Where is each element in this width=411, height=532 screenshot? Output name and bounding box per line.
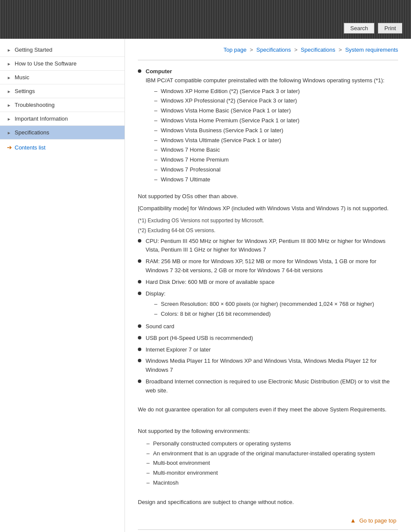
- arrow-icon: ►: [7, 117, 11, 121]
- sidebar-item-getting-started[interactable]: ► Getting Started: [0, 43, 125, 57]
- os-item-1: – Windows XP Home Edition (*2) (Service …: [154, 87, 398, 96]
- dash: –: [154, 156, 157, 165]
- dash: –: [154, 126, 157, 135]
- broadband-text: Broadband Internet connection is require…: [146, 377, 398, 395]
- env-item-2: – An environment that is an upgrade of t…: [146, 449, 398, 458]
- sidebar-item-label: Music: [15, 74, 29, 81]
- sound-text: Sound card: [146, 322, 398, 331]
- bullet-dot: [138, 359, 141, 362]
- ie-section: Internet Explorer 7 or later: [138, 345, 398, 355]
- display-sub-1: – Screen Resolution: 800 × 600 pixels (o…: [154, 300, 398, 309]
- os-item-9: – Windows 7 Professional: [154, 165, 398, 174]
- dash: –: [154, 310, 157, 319]
- arrow-icon: ►: [7, 103, 11, 107]
- usb-text: USB port (Hi-Speed USB is recommended): [146, 334, 398, 343]
- note1: (*1) Excluding OS Versions not supported…: [138, 217, 398, 225]
- dash: –: [154, 106, 157, 115]
- print-button[interactable]: Print: [378, 23, 402, 34]
- arrow-icon: ►: [7, 89, 11, 93]
- header-buttons: Search Print: [344, 23, 402, 34]
- display-text: Display: – Screen Resolution: 800 × 600 …: [146, 289, 398, 320]
- footer-divider: [138, 529, 398, 530]
- search-button[interactable]: Search: [344, 23, 374, 34]
- computer-section: Computer IBM PC/AT compatible computer p…: [138, 67, 398, 185]
- usb-section: USB port (Hi-Speed USB is recommended): [138, 334, 398, 343]
- breadcrumb-system-requirements[interactable]: System requirements: [345, 47, 398, 53]
- os-item-6: – Windows Vista Ultimate (Service Pack 1…: [154, 136, 398, 145]
- dash: –: [154, 300, 157, 309]
- breadcrumb: Top page > Specifications > Specificatio…: [138, 43, 398, 53]
- display-section: Display: – Screen Resolution: 800 × 600 …: [138, 289, 398, 320]
- arrow-right-icon: ➔: [7, 144, 12, 151]
- os-list: – Windows XP Home Edition (*2) (Service …: [154, 87, 398, 184]
- dash: –: [146, 449, 149, 458]
- sidebar-item-how-to-use[interactable]: ► How to Use the Software: [0, 57, 125, 71]
- hdd-section: Hard Disk Drive: 600 MB or more of avail…: [138, 278, 398, 287]
- sidebar-item-settings[interactable]: ► Settings: [0, 84, 125, 98]
- arrow-up-icon: ▲: [350, 516, 356, 525]
- sidebar-item-troubleshooting[interactable]: ► Troubleshooting: [0, 98, 125, 112]
- hdd-text: Hard Disk Drive: 600 MB or more of avail…: [146, 278, 398, 287]
- env-item-3: – Multi-boot environment: [146, 459, 398, 468]
- env-item-5: – Macintosh: [146, 479, 398, 488]
- dash: –: [154, 136, 157, 145]
- computer-label: Computer: [146, 68, 172, 75]
- sidebar-item-important-information[interactable]: ► Important Information: [0, 112, 125, 126]
- os-item-10: – Windows 7 Ultimate: [154, 175, 398, 184]
- dash: –: [154, 146, 157, 155]
- sidebar-item-label: How to Use the Software: [15, 60, 77, 67]
- wmp-text: Windows Media Player 11 for Windows XP a…: [146, 357, 398, 375]
- env-item-1: – Personally constructed computers or op…: [146, 439, 398, 448]
- breadcrumb-sep2: >: [294, 47, 298, 53]
- note2: (*2) Excluding 64-bit OS versions.: [138, 227, 398, 235]
- env-list: – Personally constructed computers or op…: [146, 439, 398, 488]
- bullet-dot: [138, 280, 141, 283]
- dash: –: [154, 165, 157, 174]
- dash: –: [146, 439, 149, 448]
- os-item-4: – Windows Vista Home Premium (Service Pa…: [154, 116, 398, 125]
- dash: –: [146, 469, 149, 478]
- ie-text: Internet Explorer 7 or later: [146, 345, 398, 355]
- compatibility-note: [Compatibility mode] for Windows XP (inc…: [138, 204, 398, 213]
- os-item-7: – Windows 7 Home Basic: [154, 146, 398, 155]
- computer-intro: IBM PC/AT compatible computer preinstall…: [146, 77, 384, 84]
- env-item-4: – Multi-monitor environment: [146, 469, 398, 478]
- display-sub-2: – Colors: 8 bit or higher (16 bit recomm…: [154, 310, 398, 319]
- ram-section: RAM: 256 MB or more for Windows XP, 512 …: [138, 257, 398, 275]
- bullet-dot: [138, 292, 141, 295]
- not-supported-envs-label: Not supported by the following environme…: [138, 427, 398, 436]
- arrow-icon: ►: [7, 62, 11, 66]
- bullet-dot: [138, 324, 141, 328]
- sound-section: Sound card: [138, 322, 398, 331]
- sidebar-item-label: Settings: [15, 88, 35, 94]
- dash: –: [146, 479, 149, 488]
- bullet-dot: [138, 348, 141, 351]
- main-content: Top page > Specifications > Specificatio…: [125, 39, 411, 532]
- dash: –: [154, 175, 157, 184]
- dash: –: [154, 116, 157, 125]
- go-to-top-label: Go to page top: [359, 517, 396, 524]
- breadcrumb-specifications2[interactable]: Specifications: [301, 47, 335, 53]
- contents-list-label: Contents list: [15, 144, 46, 151]
- bullet-dot: [138, 259, 141, 263]
- sidebar-item-music[interactable]: ► Music: [0, 71, 125, 84]
- bullet-dot: [138, 239, 141, 243]
- breadcrumb-specifications1[interactable]: Specifications: [256, 47, 291, 53]
- computer-text: Computer IBM PC/AT compatible computer p…: [146, 67, 398, 185]
- sidebar-item-label: Specifications: [15, 129, 49, 136]
- sidebar-item-label: Getting Started: [15, 47, 52, 53]
- breadcrumb-sep3: >: [339, 47, 342, 53]
- sidebar-item-specifications[interactable]: ► Specifications: [0, 126, 125, 140]
- broadband-section: Broadband Internet connection is require…: [138, 377, 398, 395]
- wmp-section: Windows Media Player 11 for Windows XP a…: [138, 357, 398, 375]
- breadcrumb-top-page[interactable]: Top page: [224, 47, 247, 53]
- sidebar: ► Getting Started ► How to Use the Softw…: [0, 39, 125, 532]
- ram-text: RAM: 256 MB or more for Windows XP, 512 …: [146, 257, 398, 275]
- bullet-dot: [138, 336, 141, 339]
- go-to-top-link[interactable]: ▲ Go to page top: [138, 516, 398, 526]
- cpu-section: CPU: Pentium III 450 MHz or higher for W…: [138, 237, 398, 255]
- layout: ► Getting Started ► How to Use the Softw…: [0, 39, 411, 532]
- arrow-icon: ►: [7, 131, 11, 135]
- dash: –: [154, 96, 157, 106]
- contents-list-link[interactable]: ➔ Contents list: [0, 140, 125, 155]
